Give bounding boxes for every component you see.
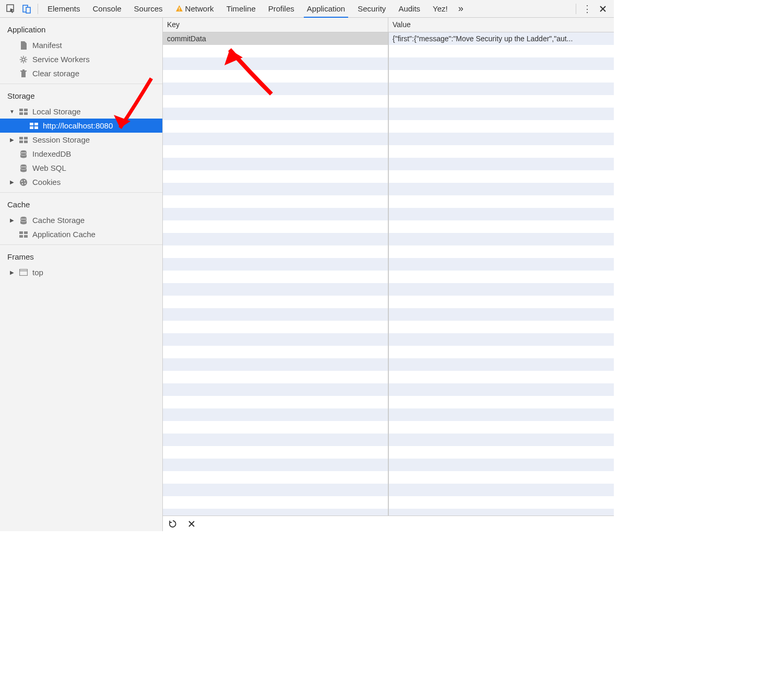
cell-key[interactable] (163, 245, 388, 258)
cell-key[interactable] (163, 333, 388, 346)
cell-key[interactable] (163, 396, 388, 408)
tab-yez[interactable]: Yez! (426, 0, 454, 17)
cell-value[interactable] (388, 459, 614, 471)
sidebar-item-cookies[interactable]: ▶ Cookies (0, 175, 162, 189)
sidebar-item-local-storage-origin[interactable]: http://localhost:8080 (0, 119, 162, 133)
cell-value[interactable] (388, 283, 614, 296)
cell-value[interactable] (388, 195, 614, 208)
close-icon[interactable] (596, 2, 610, 16)
cell-value[interactable] (388, 296, 614, 308)
tab-profiles[interactable]: Profiles (262, 0, 301, 17)
cell-value[interactable] (388, 258, 614, 271)
cell-value[interactable] (388, 484, 614, 496)
cell-value[interactable] (388, 70, 614, 83)
cell-key[interactable] (163, 170, 388, 183)
cell-key[interactable] (163, 484, 388, 496)
cell-key[interactable] (163, 45, 388, 57)
cell-value[interactable] (388, 233, 614, 245)
cell-value[interactable] (388, 496, 614, 509)
cell-value[interactable] (388, 396, 614, 408)
cell-key[interactable] (163, 371, 388, 383)
cell-value[interactable] (388, 408, 614, 421)
sidebar-item-service-workers[interactable]: Service Workers (0, 52, 162, 66)
sidebar-item-clear-storage[interactable]: Clear storage (0, 66, 162, 80)
cell-key[interactable] (163, 57, 388, 70)
table-body[interactable]: commitData{"first":{"message":"Move Secu… (163, 32, 614, 516)
cell-key[interactable] (163, 183, 388, 195)
tab-application[interactable]: Application (301, 0, 351, 17)
sidebar-item-websql[interactable]: Web SQL (0, 161, 162, 175)
cell-key[interactable] (163, 158, 388, 170)
cell-value[interactable] (388, 120, 614, 133)
cell-key[interactable] (163, 145, 388, 158)
cell-value[interactable] (388, 133, 614, 145)
sidebar-item-session-storage[interactable]: ▶ Session Storage (0, 133, 162, 147)
tab-console[interactable]: Console (87, 0, 128, 17)
cell-value[interactable] (388, 145, 614, 158)
cell-value[interactable] (388, 509, 614, 516)
cell-key[interactable] (163, 258, 388, 271)
cell-value[interactable] (388, 95, 614, 108)
cell-value[interactable] (388, 446, 614, 459)
cell-key[interactable] (163, 133, 388, 145)
cell-value[interactable] (388, 271, 614, 283)
cell-key[interactable] (163, 108, 388, 120)
tab-network[interactable]: Network (169, 0, 220, 17)
cell-key[interactable] (163, 434, 388, 446)
cell-value[interactable] (388, 371, 614, 383)
cell-key[interactable] (163, 195, 388, 208)
cell-value[interactable] (388, 183, 614, 195)
cell-key[interactable] (163, 283, 388, 296)
cell-key[interactable] (163, 95, 388, 108)
cell-value[interactable] (388, 158, 614, 170)
cell-key[interactable] (163, 408, 388, 421)
cell-key[interactable] (163, 383, 388, 396)
cell-value[interactable] (388, 308, 614, 321)
cell-value[interactable]: {"first":{"message":"Move Security up th… (388, 32, 614, 45)
sidebar-item-manifest[interactable]: Manifest (0, 38, 162, 52)
cell-value[interactable] (388, 57, 614, 70)
cell-key[interactable]: commitData (163, 32, 388, 45)
cell-value[interactable] (388, 434, 614, 446)
cell-value[interactable] (388, 421, 614, 434)
cell-key[interactable] (163, 446, 388, 459)
cell-value[interactable] (388, 471, 614, 484)
sidebar-item-local-storage[interactable]: ▼ Local Storage (0, 104, 162, 119)
refresh-icon[interactable] (167, 518, 179, 530)
cell-key[interactable] (163, 358, 388, 371)
sidebar-item-top-frame[interactable]: ▶ top (0, 265, 162, 279)
column-divider[interactable] (388, 32, 389, 516)
more-tabs-icon[interactable]: » (454, 0, 468, 17)
cell-value[interactable] (388, 333, 614, 346)
cell-key[interactable] (163, 321, 388, 333)
cell-value[interactable] (388, 45, 614, 57)
cell-key[interactable] (163, 346, 388, 358)
cell-key[interactable] (163, 509, 388, 516)
cell-key[interactable] (163, 233, 388, 245)
cell-key[interactable] (163, 220, 388, 233)
tab-security[interactable]: Security (351, 0, 392, 17)
cell-key[interactable] (163, 308, 388, 321)
cell-key[interactable] (163, 83, 388, 95)
sidebar-item-cache-storage[interactable]: ▶ Cache Storage (0, 213, 162, 227)
tab-audits[interactable]: Audits (392, 0, 426, 17)
sidebar-item-indexeddb[interactable]: IndexedDB (0, 147, 162, 161)
cell-key[interactable] (163, 471, 388, 484)
cell-value[interactable] (388, 220, 614, 233)
cell-value[interactable] (388, 321, 614, 333)
tab-elements[interactable]: Elements (41, 0, 87, 17)
cell-key[interactable] (163, 496, 388, 509)
more-options-icon[interactable]: ⋮ (580, 2, 594, 16)
tab-timeline[interactable]: Timeline (220, 0, 262, 17)
column-header-key[interactable]: Key (163, 18, 388, 32)
inspect-element-icon[interactable] (4, 2, 18, 16)
cell-value[interactable] (388, 208, 614, 220)
cell-value[interactable] (388, 83, 614, 95)
cell-key[interactable] (163, 296, 388, 308)
sidebar-item-application-cache[interactable]: Application Cache (0, 227, 162, 241)
cell-key[interactable] (163, 120, 388, 133)
cell-key[interactable] (163, 271, 388, 283)
cell-key[interactable] (163, 208, 388, 220)
tab-sources[interactable]: Sources (128, 0, 169, 17)
cell-key[interactable] (163, 459, 388, 471)
